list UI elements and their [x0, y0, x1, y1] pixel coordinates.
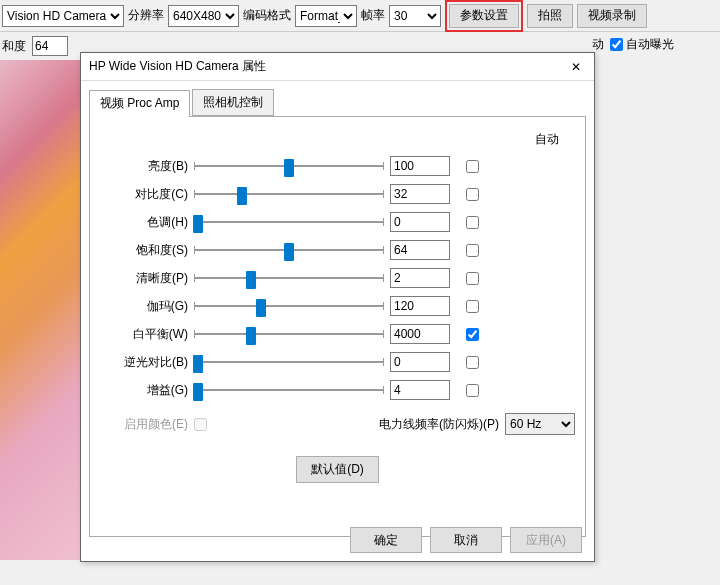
property-auto-checkbox[interactable] — [466, 188, 479, 201]
property-slider[interactable] — [194, 353, 384, 371]
auto-exposure-text: 自动曝光 — [626, 36, 674, 53]
property-slider[interactable] — [194, 213, 384, 231]
property-value-input[interactable] — [390, 296, 450, 316]
enable-color-checkbox — [194, 418, 207, 431]
dialog-titlebar: HP Wide Vision HD Camera 属性 ✕ — [81, 53, 594, 81]
settings-highlight: 参数设置 — [445, 0, 523, 32]
property-row: 色调(H) — [100, 208, 575, 236]
property-value-input[interactable] — [390, 352, 450, 372]
encode-select[interactable]: Format_ — [295, 5, 357, 27]
property-row: 亮度(B) — [100, 152, 575, 180]
properties-dialog: HP Wide Vision HD Camera 属性 ✕ 视频 Proc Am… — [80, 52, 595, 562]
dialog-title: HP Wide Vision HD Camera 属性 — [89, 58, 266, 75]
auto-label-fragment: 动 — [592, 36, 604, 53]
close-icon[interactable]: ✕ — [566, 60, 586, 74]
property-auto-checkbox[interactable] — [466, 328, 479, 341]
power-line-freq-label: 电力线频率(防闪烁)(P) — [379, 416, 499, 433]
camera-preview — [0, 60, 80, 560]
property-value-input[interactable] — [390, 324, 450, 344]
encode-label: 编码格式 — [243, 7, 291, 24]
property-auto-checkbox[interactable] — [466, 272, 479, 285]
property-value-input[interactable] — [390, 156, 450, 176]
defaults-button[interactable]: 默认值(D) — [296, 456, 379, 483]
property-auto-checkbox[interactable] — [466, 356, 479, 369]
property-label: 饱和度(S) — [100, 242, 188, 259]
property-value-input[interactable] — [390, 212, 450, 232]
camera-select[interactable]: Vision HD Camera — [2, 5, 124, 27]
top-toolbar: Vision HD Camera 分辨率 640X480 编码格式 Format… — [0, 0, 720, 32]
tab-camera-control[interactable]: 照相机控制 — [192, 89, 274, 116]
property-label: 伽玛(G) — [100, 298, 188, 315]
tab-video-proc-amp[interactable]: 视频 Proc Amp — [89, 90, 190, 117]
shoot-button[interactable]: 拍照 — [527, 4, 573, 28]
property-row: 逆光对比(B) — [100, 348, 575, 376]
resolution-select[interactable]: 640X480 — [168, 5, 239, 27]
auto-exposure-input[interactable] — [610, 38, 623, 51]
property-auto-checkbox[interactable] — [466, 160, 479, 173]
property-slider[interactable] — [194, 297, 384, 315]
property-auto-checkbox[interactable] — [466, 300, 479, 313]
saturation-label: 和度 — [2, 38, 26, 55]
property-label: 逆光对比(B) — [100, 354, 188, 371]
tab-strip: 视频 Proc Amp 照相机控制 — [89, 89, 586, 117]
property-slider[interactable] — [194, 381, 384, 399]
property-auto-checkbox[interactable] — [466, 384, 479, 397]
property-row: 白平衡(W) — [100, 320, 575, 348]
tab-panel: 自动 亮度(B)对比度(C)色调(H)饱和度(S)清晰度(P)伽玛(G)白平衡(… — [89, 117, 586, 537]
record-button[interactable]: 视频录制 — [577, 4, 647, 28]
property-slider[interactable] — [194, 325, 384, 343]
fps-label: 帧率 — [361, 7, 385, 24]
property-value-input[interactable] — [390, 380, 450, 400]
property-slider[interactable] — [194, 269, 384, 287]
property-slider[interactable] — [194, 241, 384, 259]
property-auto-checkbox[interactable] — [466, 244, 479, 257]
property-row: 增益(G) — [100, 376, 575, 404]
ok-button[interactable]: 确定 — [350, 527, 422, 553]
property-label: 亮度(B) — [100, 158, 188, 175]
saturation-input[interactable] — [32, 36, 68, 56]
property-row: 清晰度(P) — [100, 264, 575, 292]
dialog-footer: 确定 取消 应用(A) — [350, 527, 582, 553]
property-label: 白平衡(W) — [100, 326, 188, 343]
right-toolbar: 动 自动曝光 — [592, 36, 716, 53]
property-row: 对比度(C) — [100, 180, 575, 208]
property-slider[interactable] — [194, 157, 384, 175]
property-auto-checkbox[interactable] — [466, 216, 479, 229]
property-label: 清晰度(P) — [100, 270, 188, 287]
fps-select[interactable]: 30 — [389, 5, 441, 27]
property-value-input[interactable] — [390, 184, 450, 204]
apply-button[interactable]: 应用(A) — [510, 527, 582, 553]
enable-color-label: 启用颜色(E) — [100, 416, 188, 433]
property-row: 饱和度(S) — [100, 236, 575, 264]
property-label: 增益(G) — [100, 382, 188, 399]
settings-button[interactable]: 参数设置 — [449, 4, 519, 28]
auto-column-header: 自动 — [100, 131, 575, 148]
property-label: 对比度(C) — [100, 186, 188, 203]
property-label: 色调(H) — [100, 214, 188, 231]
property-row: 伽玛(G) — [100, 292, 575, 320]
property-value-input[interactable] — [390, 240, 450, 260]
cancel-button[interactable]: 取消 — [430, 527, 502, 553]
property-slider[interactable] — [194, 185, 384, 203]
resolution-label: 分辨率 — [128, 7, 164, 24]
power-line-freq-select[interactable]: 60 Hz — [505, 413, 575, 435]
property-value-input[interactable] — [390, 268, 450, 288]
auto-exposure-checkbox[interactable]: 自动曝光 — [610, 36, 674, 53]
